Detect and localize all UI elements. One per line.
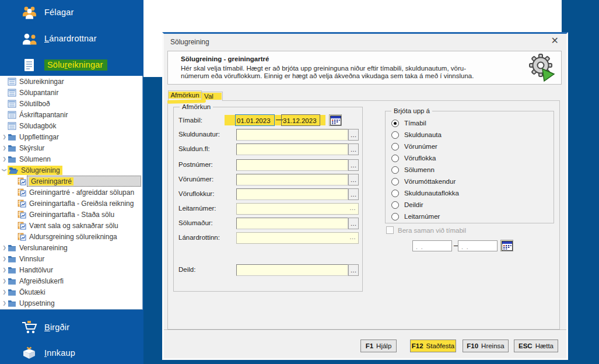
chevron-collapsed-icon[interactable]: ❯ — [1, 300, 8, 306]
chevron-collapsed-icon[interactable]: ❯ — [1, 134, 8, 139]
radio-voruflokka[interactable]: Vöruflokka — [391, 152, 436, 164]
stadfesta-button[interactable]: F12Staðfesta — [410, 340, 456, 352]
ellipsis-icon[interactable]: … — [349, 233, 356, 240]
solumadur-input[interactable] — [237, 219, 348, 229]
report-icon — [17, 211, 26, 219]
chevron-expanded-icon[interactable]: ❯ — [2, 167, 7, 173]
chevron-collapsed-icon[interactable]: ❯ — [1, 289, 8, 295]
postnumer-field — [236, 159, 348, 171]
radio-button-icon[interactable] — [391, 120, 399, 127]
compare-calendar-button[interactable] — [500, 240, 513, 251]
tree-item-greiningartafla-greidsla-reikning[interactable]: Greiningartafla - Greiðsla reikning — [0, 198, 142, 209]
solumadur-lookup-button[interactable]: … — [348, 218, 359, 229]
radio-button-icon[interactable] — [391, 178, 399, 186]
postnumer-input[interactable] — [237, 160, 348, 171]
sidebar-item-innkaup[interactable]: Innkaup — [0, 341, 143, 364]
tree-item-greiningartre[interactable]: Greiningartré — [0, 176, 142, 187]
skuldun-fl-input[interactable] — [237, 145, 348, 155]
radio-button-icon[interactable] — [391, 143, 399, 150]
radio-button-icon[interactable] — [391, 155, 399, 162]
compare-to-input[interactable] — [458, 242, 497, 252]
tree-item-solumenn[interactable]: ❯Sölumenn — [0, 153, 142, 164]
ellipsis-icon[interactable]: … — [349, 204, 356, 211]
radio-leitarnumer[interactable]: Leitarnúmer — [391, 211, 440, 222]
period-calendar-button[interactable] — [329, 114, 342, 126]
sidebar-item-solureikningar[interactable]: Sölureikningar — [0, 52, 143, 77]
calendar-icon — [502, 241, 513, 251]
deild-lookup-button[interactable]: … — [348, 264, 359, 276]
tree-item-verslunareining[interactable]: ❯Verslunareining — [0, 242, 142, 253]
voruflokkur-lookup-button[interactable]: … — [348, 188, 359, 200]
radio-skuldunautaflokka[interactable]: Skuldunautaflokka — [391, 187, 459, 199]
tree-item-handtolvur[interactable]: ❯Handtölvur — [0, 264, 142, 275]
chevron-collapsed-icon[interactable]: ❯ — [1, 156, 8, 162]
folder-icon — [8, 244, 16, 251]
radio-skuldunauta[interactable]: Skuldunauta — [391, 129, 442, 141]
hjalp-button[interactable]: F1Hjálp — [360, 340, 397, 352]
skuldun-fl-lookup-button[interactable]: … — [348, 144, 359, 155]
dialog-titlebar: Sölugreining ✕ — [164, 34, 566, 49]
sidebar-item-felagar[interactable]: Félagar — [0, 0, 143, 24]
leitarnumer-input[interactable] — [237, 204, 358, 215]
postnumer-lookup-button[interactable]: … — [348, 159, 359, 171]
compare-from-input[interactable] — [413, 242, 451, 252]
tree-item-greiningartre-afgreiddar-solupan[interactable]: Greiningartré - afgreiddar sölupan — [0, 187, 142, 198]
sidebar-item-birgdir[interactable]: Birgðir — [0, 315, 143, 340]
tree-item-uppsetning[interactable]: ❯Uppsetning — [0, 298, 142, 309]
tree-item-solupantanir[interactable]: Sölupantanir — [0, 87, 142, 98]
skuldunautur-lookup-button[interactable]: … — [348, 129, 359, 141]
gear-icon — [526, 52, 558, 86]
tree-item-vinnslur[interactable]: ❯Vinnslur — [0, 253, 142, 264]
period-to-input[interactable] — [282, 116, 320, 126]
compare-checkbox[interactable] — [386, 226, 394, 234]
tree-item-askriftapantanir[interactable]: Áskriftapantanir — [0, 109, 142, 120]
app-root: { "colors":{ "sidebar_blue":"#0a57a4","a… — [0, 0, 599, 364]
tree-item-skyrslur[interactable]: ❯Skýrslur — [0, 142, 142, 153]
radio-vorunumer[interactable]: Vörunúmer — [391, 141, 437, 152]
tree-item-solugreining[interactable]: ❯Sölugreining — [0, 164, 142, 176]
chevron-collapsed-icon[interactable]: ❯ — [1, 267, 8, 272]
chevron-collapsed-icon[interactable]: ❯ — [1, 256, 8, 261]
voruflokkur-input[interactable] — [237, 190, 348, 200]
tree-item-solureikningar[interactable]: Sölureikningar — [0, 76, 142, 87]
tree-item-uppflettingar[interactable]: ❯Uppflettingar — [0, 131, 142, 142]
tree-item-label: Vinnslur — [19, 255, 44, 263]
radio-button-icon[interactable] — [391, 166, 399, 174]
tree-item-okutaeki[interactable]: ❯Ökutæki — [0, 286, 142, 298]
chevron-collapsed-icon[interactable]: ❯ — [1, 278, 8, 284]
close-icon[interactable]: ✕ — [551, 36, 559, 46]
box-icon — [21, 345, 37, 360]
hreinsa-button[interactable]: F10Hreinsa — [463, 340, 509, 352]
radio-button-icon[interactable] — [391, 213, 399, 220]
folder-icon — [8, 288, 16, 296]
chevron-collapsed-icon[interactable]: ❯ — [1, 245, 8, 250]
period-from-input[interactable] — [236, 116, 274, 126]
tree-item-soludagbok[interactable]: Söludagbók — [0, 120, 142, 131]
radio-button-icon[interactable] — [391, 190, 399, 197]
radio-button-icon[interactable] — [391, 201, 399, 209]
deild-label: Deild: — [178, 266, 195, 273]
sidebar-item-lanardrottnar[interactable]: Lánardrottnar — [0, 26, 143, 51]
vorunumer-input[interactable] — [237, 175, 348, 186]
lanardrottinn-input[interactable] — [237, 233, 358, 244]
voruflokkur-label: Vöruflokkur: — [178, 190, 214, 197]
skuldunautur-input[interactable] — [237, 130, 348, 141]
tree-item-aldursgreining-solureikninga[interactable]: Aldursgreining sölureikninga — [0, 231, 142, 242]
radio-solumenn[interactable]: Sölumenn — [391, 164, 435, 176]
haetta-button[interactable]: ESCHætta — [514, 340, 558, 352]
tree-item-solutilbod[interactable]: Sölutilboð — [0, 98, 142, 109]
radio-timabil[interactable]: Tímabil — [391, 117, 426, 129]
radio-deildir[interactable]: Deildir — [391, 199, 423, 211]
vorunumer-lookup-button[interactable]: … — [348, 174, 359, 186]
tree-item-label: Aldursgreining sölureikninga — [29, 233, 117, 241]
tree-item-vaent-sala-og-saknadrar-solu[interactable]: Vænt sala og saknaðrar sölu — [0, 220, 142, 231]
period-from-field — [235, 114, 275, 126]
skuldun-fl-field — [236, 144, 348, 155]
tree-item-afgreidslukerfi[interactable]: ❯Afgreiðslukerfi — [0, 275, 142, 286]
tree-item-greiningartafla-stada-solu[interactable]: Greiningartafla - Staða sölu — [0, 209, 142, 220]
solumadur-field — [236, 218, 348, 229]
radio-vorumottakendur[interactable]: Vörumóttakendur — [391, 176, 456, 187]
radio-button-icon[interactable] — [391, 131, 399, 139]
deild-input[interactable] — [237, 265, 348, 276]
chevron-collapsed-icon[interactable]: ❯ — [1, 145, 8, 150]
